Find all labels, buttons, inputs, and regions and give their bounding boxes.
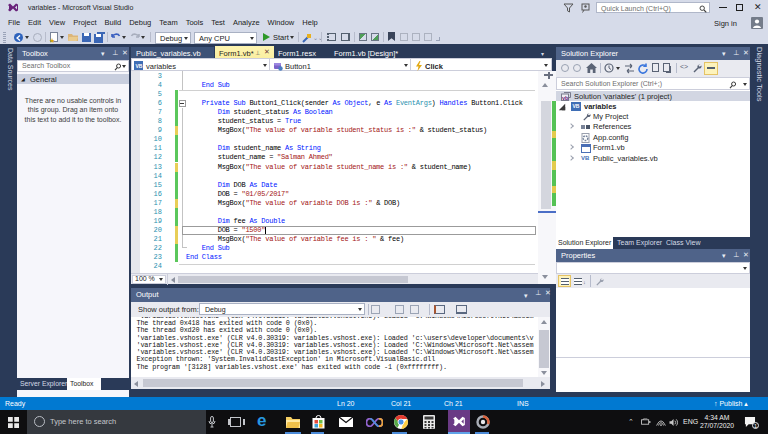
svg-text:vb: vb — [562, 94, 569, 100]
